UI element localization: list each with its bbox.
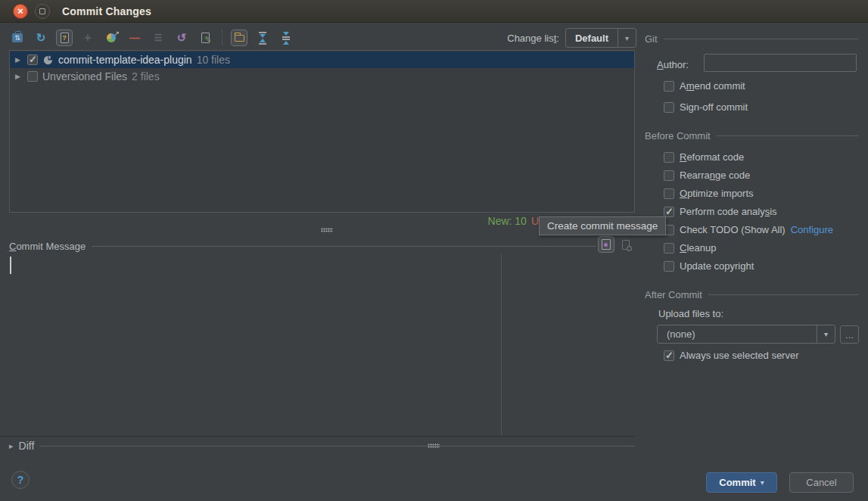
before-commit-header-label: Before Commit — [645, 130, 711, 142]
expand-arrow-icon[interactable]: ▶ — [15, 56, 23, 64]
cancel-button-label: Cancel — [806, 477, 836, 488]
reformat-code-checkbox[interactable] — [664, 152, 674, 163]
collapsed-arrow-icon[interactable]: ▸ — [9, 441, 14, 451]
always-use-server-checkbox[interactable] — [664, 350, 674, 361]
update-copyright-row: Update copyright — [664, 260, 754, 272]
expand-all-icon — [259, 32, 266, 45]
legend-new-count: New: 10 — [488, 215, 527, 227]
remove-changelist-button[interactable]: — — [126, 30, 143, 46]
refresh-icon: ↻ — [36, 31, 46, 45]
expand-arrow-icon[interactable]: ▶ — [15, 73, 23, 80]
changelist-combo[interactable]: Default ▾ — [565, 28, 636, 48]
tree-row-unversioned[interactable]: ▶ Unversioned Files 2 files — [10, 68, 634, 85]
changelist-group: Change list: Default ▾ — [507, 28, 636, 48]
refresh-changes-button[interactable]: ↻ — [33, 30, 49, 46]
legend-unversioned-partial: U — [531, 215, 539, 227]
after-commit-section-header: After Commit — [645, 289, 859, 300]
upload-server-combo[interactable]: (none) ▾ — [657, 325, 835, 344]
reformat-code-label[interactable]: Reformat code — [680, 151, 744, 163]
window-close-button[interactable]: × — [13, 4, 28, 19]
show-diff-button[interactable]: ⇅ — [9, 30, 26, 46]
cleanup-row: Cleanup — [664, 242, 716, 254]
toolbar: ⇅ ↻ ? + ↗ — ☰ ↺ ✎ — [9, 28, 294, 48]
expand-all-button[interactable] — [254, 30, 271, 46]
signoff-commit-row: Sign-off commit — [664, 101, 748, 113]
cleanup-checkbox[interactable] — [664, 243, 674, 254]
help-button[interactable]: ? — [11, 471, 30, 489]
cleanup-label[interactable]: Cleanup — [680, 242, 716, 254]
changelist-value: Default — [566, 29, 618, 47]
commit-message-editor[interactable] — [0, 254, 635, 436]
update-copyright-label[interactable]: Update copyright — [680, 260, 754, 272]
rearrange-code-label[interactable]: Rearrange code — [680, 170, 750, 181]
update-copyright-checkbox[interactable] — [664, 261, 674, 272]
diff-label: Diff — [19, 440, 35, 452]
optimize-imports-row: Optimize imports — [664, 188, 754, 199]
upload-server-value: (none) — [658, 325, 705, 343]
window-title: Commit Changes — [62, 5, 151, 17]
amend-commit-label[interactable]: Amend commit — [680, 80, 745, 92]
author-input[interactable] — [704, 54, 857, 72]
amend-commit-checkbox[interactable] — [664, 81, 674, 92]
tree-row-module[interactable]: ▶ commit-template-idea-plugin 10 files — [10, 51, 634, 68]
rearrange-code-row: Rearrange code — [664, 170, 750, 181]
browse-servers-button[interactable]: ... — [840, 325, 859, 344]
unversioned-file-icon: ? — [61, 33, 69, 43]
edit-source-icon: ✎ — [201, 33, 210, 43]
create-commit-message-icon — [602, 239, 611, 250]
commit-menu-arrow-icon: ▾ — [761, 478, 764, 487]
commit-button-label: Commit — [719, 477, 755, 488]
changelist-label: Change list: — [507, 33, 559, 44]
optimize-imports-checkbox[interactable] — [664, 188, 674, 199]
close-icon: × — [17, 6, 23, 16]
code-analysis-row: Perform code analysis — [664, 206, 777, 217]
cancel-button[interactable]: Cancel — [789, 472, 854, 493]
rollback-button[interactable]: ↺ — [173, 30, 190, 46]
module-name: commit-template-idea-plugin — [58, 54, 192, 66]
header-rule — [92, 246, 596, 247]
set-active-changelist-button[interactable]: ☰ — [150, 30, 166, 46]
chevron-down-icon[interactable]: ▾ — [817, 325, 835, 343]
module-checkbox[interactable] — [27, 54, 38, 65]
files-legend: New: 10 U — [0, 215, 539, 227]
titlebar: × Commit Changes — [0, 0, 868, 23]
commit-button[interactable]: Commit ▾ — [706, 472, 777, 493]
unversioned-checkbox[interactable] — [27, 71, 38, 82]
code-analysis-checkbox[interactable] — [664, 207, 674, 217]
commit-message-history-button[interactable] — [618, 236, 634, 253]
group-by-directory-button[interactable] — [231, 30, 247, 46]
signoff-commit-checkbox[interactable] — [664, 102, 674, 113]
signoff-commit-label[interactable]: Sign-off commit — [680, 101, 748, 113]
help-icon: ? — [17, 474, 24, 486]
commit-changes-dialog: × Commit Changes ⇅ ↻ ? + ↗ — ☰ ↺ ✎ Chang… — [0, 0, 868, 501]
collapse-all-button[interactable] — [278, 30, 294, 46]
optimize-imports-label[interactable]: Optimize imports — [680, 188, 754, 199]
git-header-label: Git — [645, 33, 658, 45]
show-diff-icon: ⇅ — [12, 33, 23, 42]
diff-section-header[interactable]: ▸ Diff — [9, 440, 635, 452]
code-analysis-label[interactable]: Perform code analysis — [680, 206, 777, 217]
always-use-server-label[interactable]: Always use selected server — [680, 350, 799, 361]
before-commit-section-header: Before Commit — [645, 130, 859, 142]
rearrange-code-checkbox[interactable] — [664, 170, 674, 181]
check-todo-label[interactable]: Check TODO (Show All) — [680, 224, 786, 235]
collapse-all-icon — [282, 32, 290, 45]
module-file-count: 10 files — [197, 54, 230, 66]
amend-commit-row: Amend commit — [664, 80, 745, 92]
maximize-icon — [39, 8, 45, 14]
tooltip-text: Create commit message — [547, 220, 658, 232]
message-history-icon — [622, 240, 630, 250]
move-to-changelist-icon: ↗ — [107, 33, 116, 42]
horizontal-splitter-handle[interactable] — [321, 228, 333, 232]
new-changelist-button[interactable]: + — [79, 30, 96, 46]
move-to-changelist-button[interactable]: ↗ — [103, 30, 120, 46]
chevron-down-icon[interactable]: ▾ — [618, 29, 636, 47]
show-unversioned-files-button[interactable]: ? — [56, 30, 73, 46]
unversioned-file-count: 2 files — [132, 70, 160, 82]
create-commit-message-button[interactable] — [598, 236, 614, 253]
edit-source-button[interactable]: ✎ — [197, 30, 213, 46]
configure-link[interactable]: Configure — [791, 224, 833, 235]
reformat-code-row: Reformat code — [664, 151, 744, 163]
tooltip: Create commit message — [539, 216, 666, 235]
window-maximize-button[interactable] — [35, 4, 50, 19]
